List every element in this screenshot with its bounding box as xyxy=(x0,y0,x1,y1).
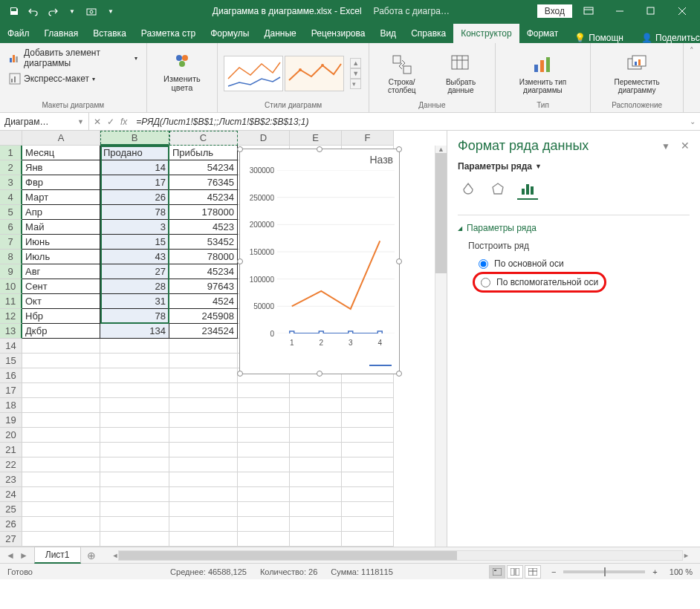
effects-icon[interactable] xyxy=(487,179,508,200)
embedded-chart[interactable]: Назв 30000025000020000015000010000050000… xyxy=(239,149,400,374)
cell[interactable] xyxy=(290,532,342,547)
row-header[interactable]: 5 xyxy=(0,205,22,220)
resize-handle[interactable] xyxy=(317,146,323,152)
cell[interactable] xyxy=(342,487,394,502)
cell[interactable] xyxy=(290,487,342,502)
row-header[interactable]: 4 xyxy=(0,190,22,205)
cell[interactable] xyxy=(238,502,290,517)
cell[interactable]: 31 xyxy=(100,294,169,309)
primary-axis-radio-input[interactable] xyxy=(479,259,488,269)
cell[interactable]: 97643 xyxy=(169,279,238,294)
row-header[interactable]: 6 xyxy=(0,220,22,235)
pane-close-icon[interactable]: ✕ xyxy=(681,140,690,152)
cell[interactable]: 26 xyxy=(100,190,169,205)
resize-handle[interactable] xyxy=(237,146,243,152)
cell[interactable]: 14 xyxy=(100,160,169,175)
new-sheet-button[interactable]: ⊕ xyxy=(81,550,102,561)
cell[interactable] xyxy=(342,517,394,532)
minimize-icon[interactable] xyxy=(605,0,635,22)
tab-insert[interactable]: Вставка xyxy=(85,24,134,43)
cell[interactable] xyxy=(22,383,100,398)
zoom-out-icon[interactable]: − xyxy=(548,567,559,576)
cell[interactable] xyxy=(100,354,169,368)
cell[interactable] xyxy=(22,339,100,354)
cell[interactable] xyxy=(342,383,394,398)
tab-chart-format[interactable]: Формат xyxy=(519,24,566,43)
pane-task-options-icon[interactable]: ▼ xyxy=(661,141,670,152)
tab-home[interactable]: Главная xyxy=(37,24,86,43)
zoom-slider[interactable] xyxy=(563,570,645,573)
cell[interactable]: 53452 xyxy=(169,235,238,250)
row-header[interactable]: 7 xyxy=(0,235,22,250)
cell[interactable] xyxy=(22,368,100,383)
cell[interactable] xyxy=(238,532,290,547)
cell[interactable] xyxy=(169,428,238,443)
cell[interactable] xyxy=(290,517,342,532)
chart-style-1[interactable] xyxy=(224,56,283,91)
row-header[interactable]: 23 xyxy=(0,472,22,487)
login-button[interactable]: Вход xyxy=(537,4,572,18)
cell[interactable]: Янв xyxy=(22,160,100,175)
cell[interactable] xyxy=(290,457,342,472)
page-break-view-icon[interactable] xyxy=(525,565,541,579)
cell[interactable] xyxy=(238,413,290,428)
cell[interactable]: 78 xyxy=(100,309,169,324)
cell[interactable] xyxy=(22,502,100,517)
row-header[interactable]: 21 xyxy=(0,443,22,457)
worksheet[interactable]: ABCDEF1МесяцПроданоПрибыль2Янв14542343Фв… xyxy=(0,131,447,547)
cell[interactable] xyxy=(290,398,342,413)
cell[interactable] xyxy=(22,532,100,547)
series-options-header[interactable]: Параметры ряда xyxy=(458,223,690,233)
cell[interactable] xyxy=(290,502,342,517)
cell[interactable] xyxy=(238,487,290,502)
cell[interactable] xyxy=(169,457,238,472)
maximize-icon[interactable] xyxy=(636,0,666,22)
cell[interactable]: Фвр xyxy=(22,175,100,190)
secondary-axis-radio[interactable]: По вспомогательной оси xyxy=(481,276,598,289)
tell-me[interactable]: 💡 Помощн xyxy=(565,33,632,43)
column-header[interactable] xyxy=(0,131,22,146)
cell[interactable] xyxy=(100,413,169,428)
cell[interactable] xyxy=(238,472,290,487)
cell[interactable]: 17 xyxy=(100,175,169,190)
tab-help[interactable]: Справка xyxy=(404,24,453,43)
cell[interactable] xyxy=(169,517,238,532)
horizontal-scrollbar[interactable]: ◄ ► xyxy=(102,550,700,561)
cell[interactable] xyxy=(100,517,169,532)
formula-input[interactable]: =РЯД(Лист1!$B$1;;Лист1!$B$2:$B$13;1) xyxy=(132,113,685,130)
cell[interactable] xyxy=(238,398,290,413)
chart-plot-area[interactable]: 300000250000200000150000100000500000 123… xyxy=(277,170,395,333)
cell[interactable] xyxy=(342,413,394,428)
cell[interactable] xyxy=(22,398,100,413)
cell[interactable] xyxy=(22,472,100,487)
cell[interactable] xyxy=(169,354,238,368)
tab-page-layout[interactable]: Разметка стр xyxy=(134,24,203,43)
camera-icon[interactable] xyxy=(83,3,100,19)
cell[interactable] xyxy=(169,487,238,502)
cell[interactable]: 76345 xyxy=(169,175,238,190)
row-header[interactable]: 27 xyxy=(0,532,22,547)
gallery-more-icon[interactable]: ▾ xyxy=(350,79,361,89)
row-header[interactable]: 13 xyxy=(0,324,22,339)
cell[interactable]: Март xyxy=(22,190,100,205)
name-box[interactable]: Диаграм… ▼ xyxy=(0,113,89,130)
cell[interactable]: Нбр xyxy=(22,309,100,324)
sheet-tab-1[interactable]: Лист1 xyxy=(34,547,81,564)
cell[interactable]: Дкбр xyxy=(22,324,100,339)
row-header[interactable]: 1 xyxy=(0,146,22,160)
add-chart-element-button[interactable]: Добавить элемент диаграммы▾ xyxy=(6,46,140,70)
cell[interactable] xyxy=(22,517,100,532)
cell[interactable] xyxy=(100,368,169,383)
column-header[interactable]: E xyxy=(290,131,342,146)
cell[interactable] xyxy=(238,383,290,398)
cell[interactable] xyxy=(238,517,290,532)
cell[interactable] xyxy=(100,398,169,413)
resize-handle[interactable] xyxy=(396,258,402,264)
undo-icon[interactable] xyxy=(25,3,42,19)
change-colors-button[interactable]: Изменить цвета xyxy=(153,46,212,95)
change-chart-type-button[interactable]: Изменить тип диаграммы xyxy=(502,50,585,97)
select-data-button[interactable]: Выбрать данные xyxy=(432,50,488,97)
save-icon[interactable] xyxy=(6,3,22,19)
resize-handle[interactable] xyxy=(317,371,323,377)
cell[interactable] xyxy=(290,443,342,457)
